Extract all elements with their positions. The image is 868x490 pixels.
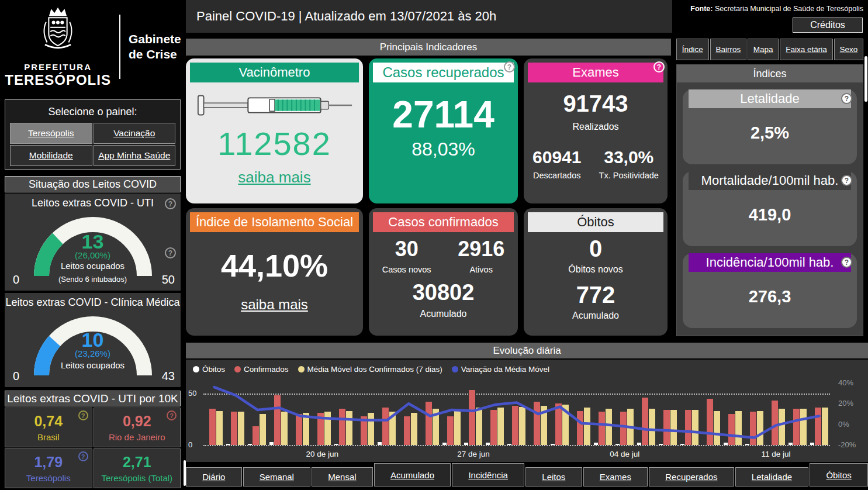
per10k-grid: ? 0,74 Brasil ? 0,92 Rio de Janeiro ? 1,…	[5, 408, 181, 488]
casos-ativos: 2916 Ativos	[458, 237, 504, 274]
right-axis-tick: 0%	[838, 420, 849, 429]
per10k-section-header: Leitos extras COVID - UTI por 10K	[5, 391, 181, 406]
incidencia-value: 276,3	[683, 287, 857, 306]
help-icon[interactable]: ?	[841, 175, 852, 186]
gauge-card-clinica: Leitos extras COVID - Clínica Médica 10 …	[5, 293, 181, 387]
help-icon[interactable]: ?	[167, 410, 177, 420]
tab-sexo[interactable]: Sexo	[834, 39, 863, 60]
legend-label: Variação da Média Móvel	[461, 365, 549, 374]
bottom-tab-diario[interactable]: Diário	[186, 467, 242, 486]
evolucao-diaria-chart[interactable]: ÓbitosConfirmadosMédia Móvel dos Confirm…	[186, 360, 868, 462]
bottom-tab-semanal[interactable]: Semanal	[243, 467, 311, 486]
bottom-tab-acumulado[interactable]: Acumulado	[374, 463, 451, 486]
x-axis-tick: 27 de jun	[447, 450, 500, 458]
bottom-tab-recuperados[interactable]: Recuperados	[649, 467, 734, 486]
left-axis-tick: 0	[188, 440, 192, 449]
obitos-acumulado-value: 772	[524, 282, 668, 308]
x-axis-tick: 20 de jun	[296, 450, 348, 458]
bottom-tab-letalidade[interactable]: Letalidade	[735, 467, 809, 486]
casos-recuperados-value: 27114	[369, 93, 518, 136]
bottom-tab-label: Diário	[202, 472, 225, 482]
isolamento-card: Índice de Isolamento Social 44,10% saiba…	[186, 208, 363, 336]
indices-header: Índices	[677, 65, 863, 82]
casos-recuperados-title: Casos recuperados	[373, 63, 514, 82]
gauge-uti: 13 (26,00%) Leitos ocupados (Sendo 6 int…	[5, 209, 181, 289]
casos-acumulado-label: Acumulado	[369, 309, 518, 319]
per10k-cell-rio: ? 0,92 Rio de Janeiro	[94, 408, 181, 447]
bottom-tab-label: Leitos	[542, 472, 565, 482]
principais-indicadores-header: Principais Indicadores	[186, 39, 671, 56]
selector-button-teresopolis[interactable]: Teresópolis	[10, 123, 92, 144]
gridline	[203, 445, 830, 446]
legend-item[interactable]: Confirmados	[234, 365, 289, 374]
legend-item[interactable]: Óbitos	[193, 365, 225, 374]
prefeitura-logo: PREFEITURA TERESÓPOLIS	[5, 6, 111, 88]
mortalidade-card: Mortalidade/100mil hab. ? 419,0	[683, 171, 857, 246]
page-title: Painel COVID-19 | Atualizado em 13/07/20…	[186, 0, 672, 33]
panel-selector-title: Selecione o painel:	[10, 103, 175, 123]
gauge-clinica-min: 0	[13, 370, 19, 383]
dashboard-root: PREFEITURA TERESÓPOLIS Gabinete de Crise…	[0, 0, 868, 490]
gabinete-de-crise-label: Gabinete de Crise	[129, 32, 181, 63]
bottom-tab-leitos[interactable]: Leitos	[525, 467, 582, 486]
bottom-tab-incidencia[interactable]: Incidência	[452, 463, 524, 486]
casos-confirmados-title: Casos confirmados	[373, 212, 514, 232]
bottom-tab-mensal[interactable]: Mensal	[312, 467, 373, 486]
help-icon[interactable]: ?	[841, 257, 852, 268]
help-icon[interactable]: ?	[653, 61, 665, 73]
gauge-uti-title: Leitos extras COVID - UTI	[5, 194, 181, 209]
legend-dot	[452, 366, 458, 372]
help-icon[interactable]: ?	[841, 93, 852, 104]
gauge-uti-label: Leitos ocupados	[5, 261, 181, 271]
tab-indice[interactable]: Índice	[676, 39, 709, 60]
credits-button[interactable]: Créditos	[793, 18, 863, 33]
panel-scrollbar[interactable]	[184, 460, 186, 486]
help-icon[interactable]: ?	[165, 198, 176, 209]
isolamento-saiba-mais-link[interactable]: saiba mais	[186, 296, 363, 313]
exames-card: Exames ? 91743 Realizados 60941 Descarta…	[524, 58, 668, 203]
gauge-clinica-max: 43	[162, 370, 175, 383]
vertical-scrollbar[interactable]	[864, 56, 867, 102]
gauge-clinica-pct: (23,26%)	[5, 348, 181, 358]
tab-bairros[interactable]: Bairros	[710, 39, 746, 60]
chart-plot-area[interactable]: 50040%20%0%-20%20 de jun27 de jun04 de j…	[203, 383, 830, 445]
vacinometro-saiba-mais-link[interactable]: saiba mais	[186, 168, 363, 187]
gauge-uti-pct: (26,00%)	[5, 250, 181, 260]
tab-faixa-etaria[interactable]: Faixa etária	[780, 39, 832, 60]
indices-panel: Índices Letalidade ? 2,5% Mortalidade/10…	[676, 64, 863, 336]
chart-legend: ÓbitosConfirmadosMédia Móvel dos Confirm…	[193, 365, 549, 374]
legend-dot	[234, 366, 241, 372]
vacinometro-card: Vacinômetro 112582 saiba mais	[186, 58, 363, 203]
tab-mapa[interactable]: Mapa	[748, 39, 779, 60]
right-axis-tick: 40%	[838, 378, 853, 387]
bottom-tab-exames[interactable]: Exames	[583, 467, 648, 486]
selector-button-mobilidade[interactable]: Mobilidade	[10, 145, 92, 166]
bottom-tab-obitos[interactable]: Óbitos	[810, 463, 868, 486]
exames-descartados: 60941 Descartados	[532, 147, 581, 180]
isolamento-value: 44,10%	[186, 247, 363, 284]
casos-acumulado-value: 30802	[369, 280, 518, 305]
selector-button-vacinacao[interactable]: Vacinação	[94, 123, 176, 144]
vacinometro-value: 112582	[186, 125, 363, 163]
help-icon[interactable]: ?	[504, 61, 515, 73]
legend-item[interactable]: Variação da Média Móvel	[452, 365, 549, 374]
bottom-tab-label: Acumulado	[390, 470, 434, 480]
mortalidade-value: 419,0	[683, 205, 857, 225]
legend-item[interactable]: Média Móvel dos Confirmados (7 dias)	[298, 365, 442, 374]
casos-confirmados-card: Casos confirmados 30 Casos novos 2916 At…	[369, 208, 518, 336]
vacinometro-title: Vacinômetro	[190, 63, 359, 82]
help-icon[interactable]: ?	[78, 451, 88, 461]
logo-org-text: PREFEITURA	[24, 62, 92, 72]
help-icon[interactable]: ?	[78, 410, 88, 420]
logo-divider	[119, 15, 120, 79]
selector-button-app-minha-saude[interactable]: App Minha Saúde	[94, 145, 176, 166]
exames-title: Exames	[528, 63, 663, 82]
bottom-tab-label: Óbitos	[826, 470, 851, 480]
syringe-icon	[195, 87, 354, 123]
fonte-text: Fonte: Secretaria Municipal de Saúde de …	[675, 5, 863, 13]
letalidade-title: Letalidade	[689, 89, 851, 108]
isolamento-title: Índice de Isolamento Social	[190, 212, 359, 232]
exames-positividade: 33,0% Tx. Positividade	[599, 147, 659, 180]
legend-dot	[193, 366, 199, 372]
gauge-clinica-label: Leitos ocupados	[5, 360, 181, 370]
